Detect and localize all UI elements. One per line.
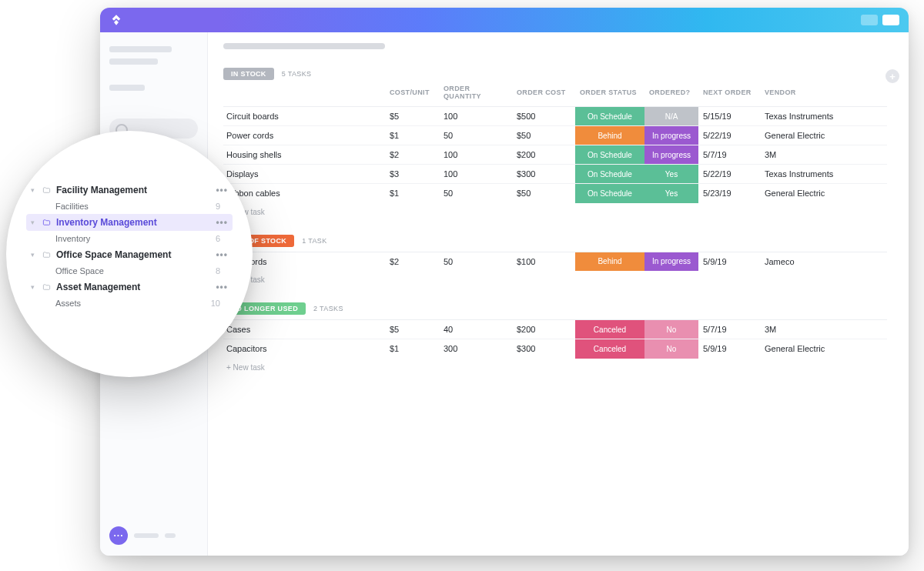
order-qty: 50 [439, 184, 512, 203]
col-name[interactable] [223, 85, 385, 107]
sidebar-list-item[interactable]: Assets10 [26, 296, 233, 311]
ordered[interactable]: In progress [644, 126, 698, 145]
table-row[interactable]: USB cords$250$100BehindIn progress5/9/19… [223, 252, 887, 271]
col-ordered[interactable]: ORDERED? [644, 85, 698, 107]
table-row[interactable]: Displays$3100$300On ScheduleYes5/22/19Te… [223, 165, 887, 184]
table-row[interactable]: Housing shells$2100$200On ScheduleIn pro… [223, 145, 887, 165]
task-name: Displays [223, 165, 385, 184]
order-status[interactable]: Behind [575, 126, 644, 145]
sidebar-list-item[interactable]: Facilities9 [26, 199, 233, 214]
order-status[interactable]: Behind [575, 252, 644, 271]
sidebar-folder[interactable]: ▾Inventory Management••• [26, 214, 233, 231]
order-cost: $200 [512, 320, 575, 339]
ordered[interactable]: In progress [644, 252, 698, 271]
more-icon[interactable]: ••• [216, 185, 228, 195]
ordered-pill[interactable]: In progress [644, 126, 698, 145]
ordered-pill[interactable]: Yes [644, 184, 698, 203]
more-icon[interactable]: ••• [216, 249, 228, 260]
cost-unit: $5 [385, 320, 439, 339]
task-name: Ribbon cables [223, 184, 385, 203]
table-row[interactable]: Circuit boards$5100$500On ScheduleN/A5/1… [223, 107, 887, 126]
task-table: COST/UNITORDER QUANTITYORDER COSTORDER S… [223, 85, 887, 203]
new-task-button[interactable]: + New task [223, 271, 887, 286]
group-header[interactable]: OUT OF STOCK1 TASK [223, 232, 887, 252]
order-status-pill[interactable]: Behind [575, 252, 644, 272]
col-vendor[interactable]: VENDOR [760, 85, 887, 107]
order-status-pill[interactable]: On Schedule [575, 165, 644, 183]
cost-unit: $3 [385, 165, 439, 184]
cost-unit: $1 [385, 126, 439, 145]
ordered[interactable]: No [644, 320, 698, 339]
order-status-pill[interactable]: On Schedule [575, 107, 644, 125]
table-row[interactable]: Power cords$150$50BehindIn progress5/22/… [223, 126, 887, 145]
group-header[interactable]: IN STOCK5 TASKS [223, 65, 887, 85]
more-icon[interactable]: ••• [216, 282, 228, 292]
col-order_status[interactable]: ORDER STATUS [575, 85, 644, 107]
order-status[interactable]: Canceled [575, 339, 644, 359]
ordered-pill[interactable]: In progress [644, 145, 698, 164]
folder-icon [42, 283, 52, 292]
sidebar-folder[interactable]: ▾Facility Management••• [26, 182, 233, 199]
ordered-pill[interactable]: Yes [644, 165, 698, 183]
caret-icon[interactable]: ▾ [31, 186, 37, 194]
new-task-button[interactable]: + New task [223, 203, 887, 218]
add-column-button[interactable]: + [886, 69, 899, 83]
table-row[interactable]: Ribbon cables$150$50On ScheduleYes5/23/1… [223, 184, 887, 203]
ordered-pill[interactable]: In progress [644, 252, 698, 272]
horizontal-scrollbar[interactable] [223, 43, 385, 49]
order-status[interactable]: On Schedule [575, 184, 644, 203]
order-status[interactable]: On Schedule [575, 145, 644, 165]
ordered[interactable]: In progress [644, 145, 698, 165]
cost-unit: $5 [385, 107, 439, 126]
table-row[interactable]: Cases$540$200CanceledNo5/7/193M [223, 320, 887, 339]
folder-label: Inventory Management [56, 217, 211, 228]
order-status[interactable]: Canceled [575, 320, 644, 339]
order-cost: $300 [512, 339, 575, 359]
list-label: Facilities [55, 202, 89, 211]
folder-icon [42, 219, 52, 227]
order-status-pill[interactable]: Behind [575, 126, 644, 145]
col-order_qty[interactable]: ORDER QUANTITY [439, 85, 512, 107]
ordered[interactable]: Yes [644, 165, 698, 184]
app-logo-icon [109, 13, 123, 27]
chat-icon[interactable]: ··· [109, 526, 128, 545]
main-content: + IN STOCK5 TASKSCOST/UNITORDER QUANTITY… [208, 32, 909, 556]
caret-icon[interactable]: ▾ [31, 251, 37, 259]
order-status-pill[interactable]: On Schedule [575, 145, 644, 164]
caret-icon[interactable]: ▾ [31, 283, 37, 291]
order-status[interactable]: On Schedule [575, 107, 644, 126]
topbar [100, 8, 909, 32]
task-table: Cases$540$200CanceledNo5/7/193MCapacitor… [223, 319, 887, 359]
topbar-action[interactable] [861, 15, 878, 25]
folder-label: Asset Management [56, 282, 211, 292]
folder-icon [42, 186, 52, 195]
group-status-chip[interactable]: IN STOCK [223, 68, 274, 80]
col-cost_unit[interactable]: COST/UNIT [385, 85, 439, 107]
order-status-pill[interactable]: Canceled [575, 320, 644, 339]
order-status-pill[interactable]: On Schedule [575, 184, 644, 203]
order-qty: 40 [439, 320, 512, 339]
ordered-pill[interactable]: No [644, 320, 698, 339]
order-qty: 50 [439, 252, 512, 271]
order-cost: $300 [512, 165, 575, 184]
order-status-pill[interactable]: Canceled [575, 339, 644, 359]
more-icon[interactable]: ••• [216, 217, 228, 228]
order-status[interactable]: On Schedule [575, 165, 644, 184]
ordered[interactable]: No [644, 339, 698, 359]
sidebar-list-item[interactable]: Office Space8 [26, 263, 233, 279]
table-row[interactable]: Capacitors$1300$300CanceledNo5/9/19Gener… [223, 339, 887, 359]
ordered[interactable]: Yes [644, 184, 698, 203]
col-next_order[interactable]: NEXT ORDER [698, 85, 760, 107]
ordered-pill[interactable]: N/A [644, 107, 698, 125]
sidebar-list-item[interactable]: Inventory6 [26, 231, 233, 246]
sidebar-folder[interactable]: ▾Office Space Management••• [26, 246, 233, 263]
vendor: 3M [760, 320, 887, 339]
new-task-button[interactable]: + New task [223, 359, 887, 373]
topbar-action[interactable] [882, 15, 899, 25]
ordered-pill[interactable]: No [644, 339, 698, 359]
ordered[interactable]: N/A [644, 107, 698, 126]
sidebar-folder[interactable]: ▾Asset Management••• [26, 279, 233, 296]
col-order_cost[interactable]: ORDER COST [512, 85, 575, 107]
caret-icon[interactable]: ▾ [31, 219, 37, 226]
group-header[interactable]: NO LONGER USED2 TASKS [223, 299, 887, 319]
